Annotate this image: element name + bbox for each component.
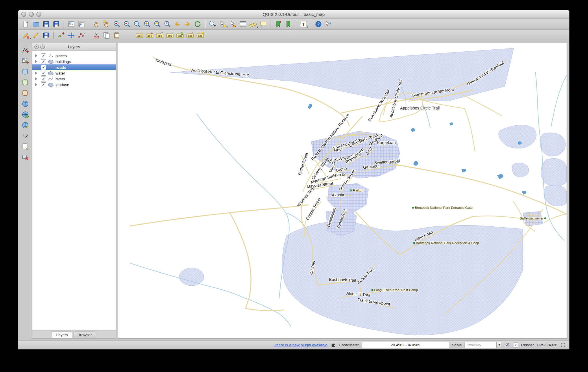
highlight-pinned-labels-button[interactable]: abc	[195, 31, 205, 40]
measure-button[interactable]: ▾	[248, 19, 258, 29]
pan-to-selection-button[interactable]	[102, 19, 111, 29]
layer-row-buildings[interactable]: ✓buildings	[32, 59, 116, 64]
layer-row-landuse[interactable]: ✓landuse	[32, 82, 116, 88]
paste-features-button[interactable]	[112, 31, 121, 40]
dropdown-arrow-icon[interactable]: ▾	[226, 26, 228, 29]
polygon-layer-icon	[48, 82, 54, 87]
dropdown-arrow-icon[interactable]: ▾	[307, 26, 308, 29]
map-tips-button[interactable]	[258, 19, 268, 29]
zoom-button[interactable]	[36, 12, 41, 17]
change-label-properties-button[interactable]: abc	[185, 31, 195, 40]
layer-visibility-checkbox[interactable]: ✓	[41, 82, 46, 87]
scale-magnifier-icon[interactable]	[505, 342, 510, 348]
plugin-available-link[interactable]: There is a new plugin available	[274, 343, 327, 347]
add-delimited-text-layer-button[interactable]: 1,2	[21, 131, 30, 141]
expand-icon[interactable]	[35, 60, 39, 63]
refresh-map-button[interactable]	[193, 19, 202, 29]
place-label: Bontebok National Park Reception & Shop	[416, 241, 479, 245]
add-wfs-layer-button[interactable]	[21, 120, 30, 130]
save-layer-edits-button[interactable]	[41, 31, 51, 40]
expand-icon[interactable]	[35, 54, 39, 57]
layer-visibility-checkbox[interactable]: ✓	[41, 59, 46, 64]
add-postgis-layer-button[interactable]	[21, 67, 30, 77]
layer-name: roads	[56, 65, 66, 70]
save-project-as-button[interactable]	[51, 19, 61, 29]
map-canvas[interactable]: KruispadWolfkloof Hut to Glenstroom HutG…	[118, 43, 567, 338]
composer-manager-button[interactable]	[77, 19, 86, 29]
copy-features-button[interactable]	[102, 31, 111, 40]
rotate-label-button[interactable]: abc	[175, 31, 185, 40]
coordinate-input[interactable]: 20.4562,-34.0585	[362, 342, 449, 348]
pan-map-button[interactable]	[92, 19, 101, 29]
layer-row-rivers[interactable]: ✓rivers	[32, 76, 116, 82]
scale-combo-arrow-icon[interactable]: ▼	[496, 342, 502, 348]
expand-icon[interactable]	[35, 83, 39, 86]
new-bookmark-button[interactable]	[273, 19, 283, 29]
render-checkbox[interactable]: ✓	[513, 343, 518, 347]
toggle-editing-button[interactable]	[31, 31, 41, 40]
node-tool-button[interactable]	[77, 31, 86, 40]
text-annotation-button[interactable]: T▾	[299, 19, 308, 29]
new-project-button[interactable]	[21, 19, 31, 29]
cut-features-button[interactable]	[92, 31, 101, 40]
zoom-to-selection-button[interactable]	[152, 19, 162, 29]
manage-layers-toolbar: 1,2	[18, 43, 32, 338]
zoom-in-button[interactable]	[112, 19, 121, 29]
save-project-button[interactable]	[41, 19, 51, 29]
add-mssql-layer-button[interactable]	[21, 88, 30, 98]
zoom-native-button[interactable]: 1:1	[132, 19, 142, 29]
crs-status-icon[interactable]	[560, 342, 566, 348]
open-attribute-table-button[interactable]	[238, 19, 248, 29]
help-contents-button[interactable]: ?	[314, 19, 323, 29]
layer-row-water[interactable]: ✓water	[32, 70, 116, 76]
zoom-last-button[interactable]	[173, 19, 182, 29]
plugin-icon[interactable]	[330, 342, 336, 348]
add-wms-layer-button[interactable]	[21, 99, 30, 109]
remove-layer-button[interactable]	[21, 152, 30, 162]
minimize-button[interactable]	[29, 12, 34, 17]
zoom-to-layer-button[interactable]	[162, 19, 172, 29]
whats-this-button[interactable]: ?	[324, 19, 333, 29]
close-button[interactable]	[21, 12, 26, 17]
layer-visibility-checkbox[interactable]: ✓	[41, 53, 46, 58]
select-features-button[interactable]: ▾	[218, 19, 228, 29]
layer-row-roads[interactable]: ✓roads	[32, 64, 116, 70]
add-raster-layer-button[interactable]	[21, 56, 30, 66]
expand-icon[interactable]	[35, 66, 39, 69]
svg-text:i: i	[211, 21, 212, 25]
zoom-next-button[interactable]	[183, 19, 192, 29]
identify-features-button[interactable]: i	[208, 19, 217, 29]
add-wcs-layer-button[interactable]	[21, 110, 30, 119]
current-edits-button[interactable]: ▾	[21, 31, 31, 40]
layer-row-places[interactable]: ✓places	[32, 53, 116, 59]
titlebar[interactable]: QGIS 2.0.1-Dufour – basic_map	[18, 10, 569, 18]
panel-tab-layers[interactable]: Layers	[52, 332, 72, 338]
deselect-features-button[interactable]	[228, 19, 238, 29]
layer-labeling-options-button[interactable]: abc	[135, 31, 144, 40]
new-print-composer-button[interactable]	[66, 19, 76, 29]
zoom-out-button[interactable]	[122, 19, 132, 29]
move-feature-button[interactable]	[66, 31, 76, 40]
place-marker-icon	[350, 189, 352, 191]
show-bookmarks-button[interactable]	[284, 19, 293, 29]
dropdown-arrow-icon[interactable]: ▾	[257, 26, 258, 29]
layer-visibility-checkbox[interactable]: ✓	[41, 71, 46, 76]
zoom-full-button[interactable]	[142, 19, 152, 29]
layer-visibility-checkbox[interactable]: ✓	[41, 77, 46, 81]
pin-unpin-labels-button[interactable]: abc	[145, 31, 154, 40]
add-spatialite-layer-button[interactable]	[21, 78, 30, 87]
add-vector-layer-button[interactable]	[21, 46, 30, 55]
expand-icon[interactable]	[35, 72, 39, 75]
new-shapefile-layer-button[interactable]	[21, 142, 30, 151]
add-feature-button[interactable]	[56, 31, 66, 40]
open-project-button[interactable]	[31, 19, 41, 29]
move-label-button[interactable]: abc	[165, 31, 175, 40]
dropdown-arrow-icon[interactable]: ▾	[29, 37, 31, 40]
panel-tab-browser[interactable]: Browser	[73, 332, 96, 338]
panel-close-icon[interactable]: ×	[34, 44, 39, 49]
layer-visibility-checkbox[interactable]: ✓	[41, 65, 46, 70]
show-hide-labels-button[interactable]: abc	[155, 31, 164, 40]
panel-float-icon[interactable]: ▫	[40, 44, 45, 49]
scale-combo[interactable]: 1:23396 ▼	[465, 342, 502, 348]
expand-icon[interactable]	[35, 77, 39, 80]
